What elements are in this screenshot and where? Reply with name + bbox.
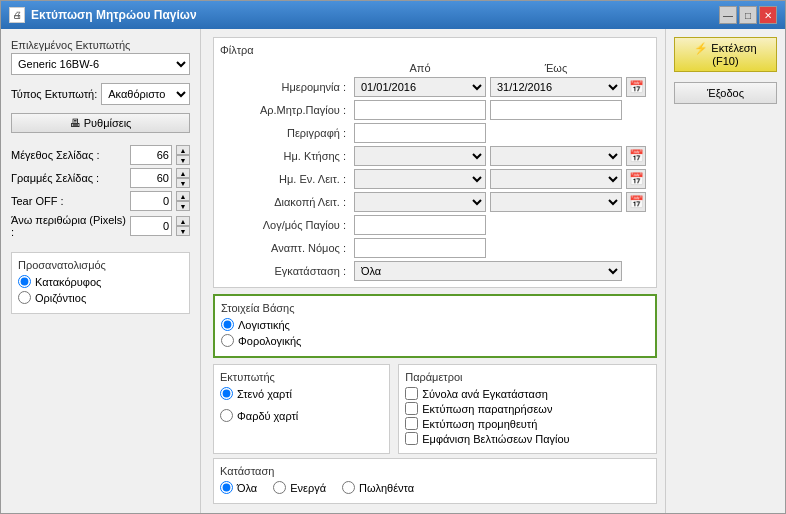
- logmos-from-input[interactable]: [354, 215, 486, 235]
- steno-radio[interactable]: [220, 387, 233, 400]
- polimena-row: Πωληθέντα: [342, 481, 414, 494]
- fardv-row: Φαρδύ χαρτί: [220, 409, 383, 422]
- window-icon: 🖨: [9, 7, 25, 23]
- ola-radio[interactable]: [220, 481, 233, 494]
- desc-label: Περιγραφή :: [220, 127, 350, 139]
- margin-input[interactable]: [130, 216, 172, 236]
- forologikis-label: Φορολογικής: [238, 335, 301, 347]
- steno-row: Στενό χαρτί: [220, 387, 383, 400]
- nomos-from-input[interactable]: [354, 238, 486, 258]
- filters-box: Φίλτρα Από Έως Ημερομηνία : 01/01/2016: [213, 37, 657, 288]
- diakopi-from-combo[interactable]: [354, 192, 486, 212]
- nomos-label: Αναπτ. Νόμος :: [220, 242, 350, 254]
- logistikis-radio[interactable]: [221, 318, 234, 331]
- enleit-from-combo[interactable]: [354, 169, 486, 189]
- tear-up[interactable]: ▲: [176, 191, 190, 201]
- stoixeia-box: Στοιχεία Βάσης Λογιστικής Φορολογικής: [213, 294, 657, 358]
- margin-spinners: ▲ ▼: [176, 216, 190, 236]
- ktisis-from-combo[interactable]: [354, 146, 486, 166]
- minimize-button[interactable]: —: [719, 6, 737, 24]
- to-header: Έως: [490, 62, 622, 74]
- orientation-horizontal-label: Οριζόντιος: [35, 292, 86, 304]
- action-panel: ⚡ Εκτέλεση (F10) Έξοδος: [665, 29, 785, 513]
- energa-label: Ενεργά: [290, 482, 326, 494]
- page-size-down[interactable]: ▼: [176, 155, 190, 165]
- date-from-combo[interactable]: 01/01/2016: [354, 77, 486, 97]
- margin-up[interactable]: ▲: [176, 216, 190, 226]
- enleit-label: Ημ. Εν. Λειτ. :: [220, 173, 350, 185]
- printer-select[interactable]: Generic 16BW-6: [11, 53, 190, 75]
- type-select[interactable]: Ακαθόριστο: [101, 83, 190, 105]
- execute-button[interactable]: ⚡ Εκτέλεση (F10): [674, 37, 777, 72]
- printer-group: Επιλεγμένος Εκτυπωτής Generic 16BW-6: [11, 39, 190, 75]
- main-scroll[interactable]: Φίλτρα Από Έως Ημερομηνία : 01/01/2016: [201, 29, 665, 513]
- scrollbar-area: Φίλτρα Από Έως Ημερομηνία : 01/01/2016: [201, 29, 785, 513]
- logistikis-row: Λογιστικής: [221, 318, 649, 331]
- printer-label: Επιλεγμένος Εκτυπωτής: [11, 39, 190, 51]
- desc-from-input[interactable]: [354, 123, 486, 143]
- ola-label: Όλα: [237, 482, 257, 494]
- maximize-button[interactable]: □: [739, 6, 757, 24]
- paratir-label: Εκτύπωση παρατηρήσεων: [422, 403, 552, 415]
- bottom-section: Εκτυπωτής Στενό χαρτί Φαρδύ χαρτί: [213, 364, 657, 454]
- from-header: Από: [354, 62, 486, 74]
- promitheytis-checkbox[interactable]: [405, 417, 418, 430]
- lines-row: Γραμμές Σελίδας : ▲ ▼: [11, 168, 190, 188]
- synola-checkbox[interactable]: [405, 387, 418, 400]
- title-bar: 🖨 Εκτύπωση Μητρώου Παγίων — □ ✕: [1, 1, 785, 29]
- left-panel: Επιλεγμένος Εκτυπωτής Generic 16BW-6 Τύπ…: [1, 29, 201, 513]
- polimena-radio[interactable]: [342, 481, 355, 494]
- orientation-vertical-radio[interactable]: [18, 275, 31, 288]
- enleit-calendar-button[interactable]: 📅: [626, 169, 646, 189]
- paratir-checkbox[interactable]: [405, 402, 418, 415]
- margin-down[interactable]: ▼: [176, 226, 190, 236]
- veltiosis-row: Εμφάνιση Βελτιώσεων Παγίου: [405, 432, 650, 445]
- pagios-num-from-input[interactable]: [354, 100, 486, 120]
- orientation-title: Προσανατολισμός: [18, 259, 183, 271]
- parametroi-box: Παράμετροι Σύνολα ανά Εγκατάσταση Εκτύπω…: [398, 364, 657, 454]
- ktisis-calendar-button[interactable]: 📅: [626, 146, 646, 166]
- lines-input[interactable]: [130, 168, 172, 188]
- polimena-label: Πωληθέντα: [359, 482, 414, 494]
- veltiosis-label: Εμφάνιση Βελτιώσεων Παγίου: [422, 433, 569, 445]
- settings-button[interactable]: 🖶 Ρυθμίσεις: [11, 113, 190, 133]
- tear-input[interactable]: [130, 191, 172, 211]
- date-calendar-button[interactable]: 📅: [626, 77, 646, 97]
- diakopi-label: Διακοπή Λειτ. :: [220, 196, 350, 208]
- tear-down[interactable]: ▼: [176, 201, 190, 211]
- fardv-radio[interactable]: [220, 409, 233, 422]
- close-button[interactable]: ✕: [759, 6, 777, 24]
- type-label: Τύπος Εκτυπωτή:: [11, 88, 97, 100]
- diakopi-calendar-button[interactable]: 📅: [626, 192, 646, 212]
- content-area: Επιλεγμένος Εκτυπωτής Generic 16BW-6 Τύπ…: [1, 29, 785, 513]
- filters-title: Φίλτρα: [220, 44, 650, 56]
- exit-button[interactable]: Έξοδος: [674, 82, 777, 104]
- pagios-num-to-input[interactable]: [490, 100, 622, 120]
- page-size-input[interactable]: [130, 145, 172, 165]
- enleit-to-combo[interactable]: [490, 169, 622, 189]
- ektypotis-title: Εκτυπωτής: [220, 371, 383, 383]
- orientation-vertical-label: Κατακόρυφος: [35, 276, 101, 288]
- forologikis-radio[interactable]: [221, 334, 234, 347]
- energa-radio[interactable]: [273, 481, 286, 494]
- lines-down[interactable]: ▼: [176, 178, 190, 188]
- orientation-horizontal-radio[interactable]: [18, 291, 31, 304]
- install-combo[interactable]: Όλα: [354, 261, 622, 281]
- diakopi-to-combo[interactable]: [490, 192, 622, 212]
- lines-label: Γραμμές Σελίδας :: [11, 172, 126, 184]
- lines-up[interactable]: ▲: [176, 168, 190, 178]
- filter-grid: Από Έως Ημερομηνία : 01/01/2016 31/12/20…: [220, 62, 650, 281]
- veltiosis-checkbox[interactable]: [405, 432, 418, 445]
- date-to-combo[interactable]: 31/12/2016: [490, 77, 622, 97]
- promitheytis-row: Εκτύπωση προμηθευτή: [405, 417, 650, 430]
- katastasi-box: Κατάσταση Όλα Ενεργά Πωληθέντα: [213, 458, 657, 504]
- synola-label: Σύνολα ανά Εγκατάσταση: [422, 388, 548, 400]
- orientation-vertical-row: Κατακόρυφος: [18, 275, 183, 288]
- logistikis-label: Λογιστικής: [238, 319, 290, 331]
- fardv-label: Φαρδύ χαρτί: [237, 410, 298, 422]
- promitheytis-label: Εκτύπωση προμηθευτή: [422, 418, 537, 430]
- page-size-up[interactable]: ▲: [176, 145, 190, 155]
- margin-row: Άνω περιθώρια (Pixels) : ▲ ▼: [11, 214, 190, 238]
- ktisis-label: Ημ. Κτήσης :: [220, 150, 350, 162]
- ktisis-to-combo[interactable]: [490, 146, 622, 166]
